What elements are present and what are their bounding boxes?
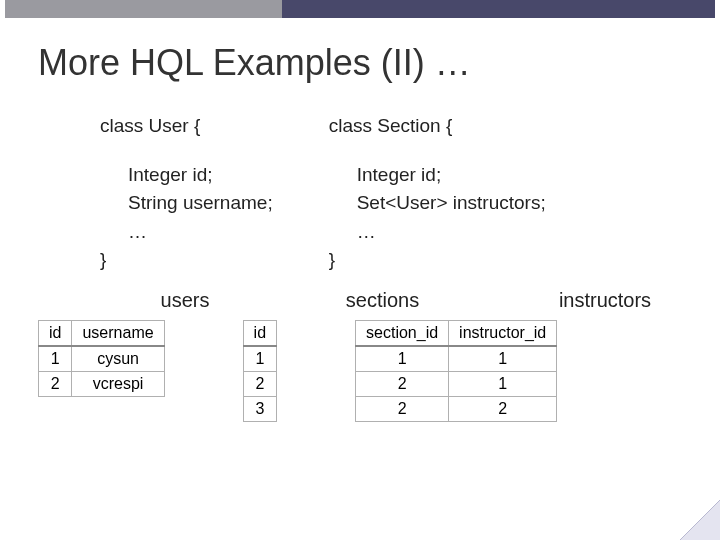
col-header: section_id (356, 320, 449, 346)
slide-title: More HQL Examples (II) … (38, 42, 720, 84)
class-section: class Section { Integer id; Set<User> in… (329, 112, 546, 275)
col-header: id (243, 320, 276, 346)
table-row: 3 (243, 396, 276, 421)
page-curl-icon (680, 500, 720, 540)
table-row: 1 cysun (39, 346, 165, 372)
class-close: } (100, 246, 273, 275)
class-ellipsis: … (128, 218, 273, 247)
users-table: id username 1 cysun 2 vcrespi (38, 320, 165, 397)
class-definitions: class User { Integer id; String username… (100, 112, 720, 275)
table-row: 2 1 (356, 371, 557, 396)
top-color-band (5, 0, 715, 18)
tables-row: id username 1 cysun 2 vcrespi id 1 2 3 s… (38, 320, 720, 422)
class-user: class User { Integer id; String username… (100, 112, 273, 275)
table-row: 2 (243, 371, 276, 396)
class-decl: class Section { (329, 112, 546, 141)
class-field: String username; (128, 189, 273, 218)
col-header: id (39, 320, 72, 346)
instructors-table: section_id instructor_id 1 1 2 1 2 2 (355, 320, 557, 422)
table-titles-row: users sections instructors (100, 289, 720, 312)
class-field: Integer id; (128, 161, 273, 190)
table-title-instructors: instructors (505, 289, 705, 312)
sections-table: id 1 2 3 (243, 320, 277, 422)
table-row: 2 vcrespi (39, 371, 165, 396)
table-title-sections: sections (330, 289, 435, 312)
class-field: Integer id; (357, 161, 546, 190)
table-row: 1 (243, 346, 276, 372)
class-field: Set<User> instructors; (357, 189, 546, 218)
col-header: instructor_id (449, 320, 557, 346)
class-decl: class User { (100, 112, 273, 141)
class-ellipsis: … (357, 218, 546, 247)
table-title-users: users (100, 289, 270, 312)
table-row: 2 2 (356, 396, 557, 421)
class-close: } (329, 246, 546, 275)
table-row: 1 1 (356, 346, 557, 372)
col-header: username (72, 320, 164, 346)
